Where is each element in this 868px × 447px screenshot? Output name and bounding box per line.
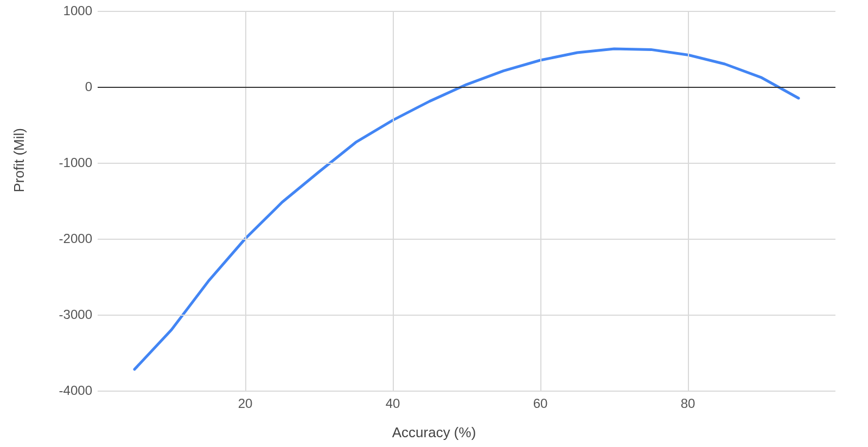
x-tick-label: 20 <box>224 396 267 411</box>
grid-line-horizontal <box>98 239 835 240</box>
y-tick-label: 0 <box>5 79 92 94</box>
profit-line <box>135 49 799 369</box>
grid-line-vertical <box>688 11 689 391</box>
y-tick-label: -4000 <box>5 383 92 398</box>
x-tick-label: 40 <box>371 396 414 411</box>
y-tick-label: 1000 <box>5 3 92 18</box>
plot-area <box>98 11 835 391</box>
zero-line <box>98 87 835 88</box>
x-tick-label: 60 <box>519 396 562 411</box>
grid-line-horizontal <box>98 163 835 164</box>
grid-line-horizontal <box>98 11 835 12</box>
chart-container: Profit (Mil) Accuracy (%) 20406080-4000-… <box>0 0 868 447</box>
grid-line-vertical <box>245 11 246 391</box>
grid-line-vertical <box>540 11 541 391</box>
y-tick-label: -3000 <box>5 307 92 322</box>
x-axis-label: Accuracy (%) <box>392 424 476 441</box>
grid-line-horizontal <box>98 315 835 316</box>
y-tick-label: -2000 <box>5 231 92 246</box>
grid-line-horizontal <box>98 391 835 392</box>
x-tick-label: 80 <box>666 396 710 411</box>
line-series-svg <box>98 11 835 391</box>
grid-line-vertical <box>393 11 394 391</box>
y-tick-label: -1000 <box>5 155 92 170</box>
